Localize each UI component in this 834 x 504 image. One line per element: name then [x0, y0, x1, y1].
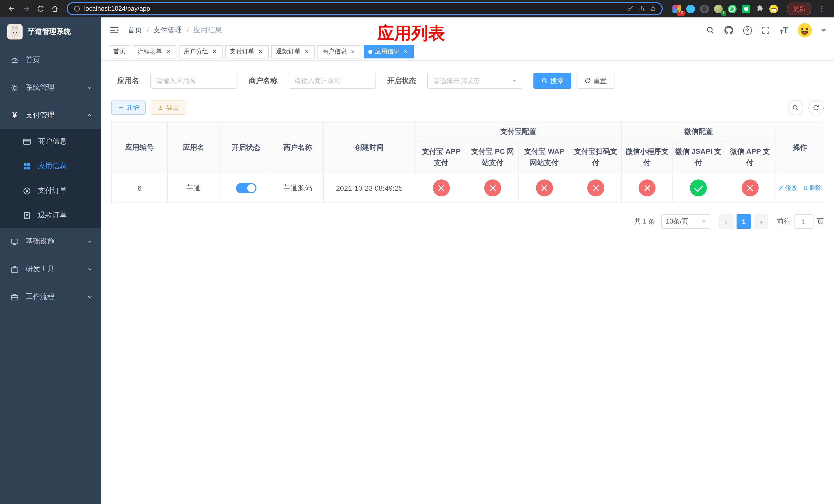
breadcrumb-home[interactable]: 首页 — [128, 26, 153, 35]
gear-icon — [10, 83, 19, 92]
app-logo[interactable]: 芋道管理系统 — [0, 18, 101, 46]
fullscreen-icon[interactable] — [761, 25, 771, 35]
refresh-table-button[interactable] — [808, 100, 824, 115]
search-button[interactable]: 搜索 — [533, 73, 571, 89]
browser-forward-icon[interactable] — [20, 2, 33, 15]
prev-page-button[interactable]: ‹ — [719, 214, 733, 229]
edit-link[interactable]: 修改 — [778, 184, 797, 192]
extension-icon-colorful[interactable]: 10 — [672, 4, 682, 14]
page-1-button[interactable]: 1 — [737, 214, 751, 229]
navbar-actions: ? TT — [706, 23, 826, 38]
address-bar[interactable]: localhost:1024/pay/app — [67, 2, 663, 15]
app-window: 芋道管理系统 首页 系统管理 ¥ 支付管理 — [0, 18, 834, 504]
goto-suffix-label: 页 — [817, 217, 824, 226]
merchant-name-input[interactable] — [289, 73, 376, 89]
extensions-puzzle-icon[interactable] — [755, 4, 765, 14]
close-icon[interactable]: × — [257, 48, 264, 55]
payment-submenu: 商户信息 应用信息 支付订单 退款订单 — [0, 129, 101, 228]
page-size-select[interactable]: 10条/页 — [661, 214, 710, 229]
close-icon[interactable]: × — [164, 48, 172, 55]
extension-icon-avatar[interactable]: 1 — [714, 4, 723, 14]
app-name-input[interactable] — [150, 73, 238, 89]
close-icon[interactable]: × — [303, 48, 310, 55]
toggle-search-button[interactable] — [788, 100, 803, 115]
browser-home-icon[interactable] — [48, 2, 62, 15]
share-icon[interactable] — [638, 5, 645, 13]
sidebar-item-workflow[interactable]: 工作流程 — [0, 283, 101, 311]
github-icon[interactable] — [724, 25, 734, 35]
password-key-icon[interactable] — [626, 5, 634, 13]
active-dot — [368, 49, 372, 53]
add-button[interactable]: 新增 — [111, 100, 146, 115]
tab-user-group[interactable]: 用户分组× — [179, 45, 223, 58]
sidebar-item-refund-orders[interactable]: 退款订单 — [0, 203, 101, 228]
avatar-caret-icon[interactable] — [821, 29, 826, 35]
app-name-label: 应用名 — [117, 76, 139, 85]
alipay-wap-status-icon — [536, 180, 553, 197]
col-created: 创建时间 — [323, 122, 415, 173]
profile-avatar-icon[interactable] — [769, 4, 778, 14]
tab-app-info[interactable]: 应用信息× — [364, 45, 414, 58]
sidebar-item-payment-management[interactable]: ¥ 支付管理 — [0, 101, 101, 129]
reset-button[interactable]: 重置 — [576, 73, 614, 89]
tab-process-form[interactable]: 流程表单× — [133, 45, 176, 58]
url-text[interactable]: localhost:1024/pay/app — [84, 5, 150, 12]
bookmark-star-icon[interactable] — [649, 5, 657, 13]
delete-link[interactable]: 删除 — [803, 184, 822, 192]
breadcrumb-payment[interactable]: 支付管理 — [153, 26, 193, 35]
sidebar-item-payment-orders[interactable]: 支付订单 — [0, 178, 101, 203]
sidebar-item-app-info[interactable]: 应用信息 — [0, 154, 101, 178]
app-title: 芋道管理系统 — [28, 27, 71, 37]
font-size-icon[interactable]: TT — [780, 26, 788, 35]
sidebar-item-label: 基础设施 — [26, 237, 54, 246]
close-icon[interactable]: × — [402, 48, 409, 55]
sidebar-item-system-management[interactable]: 系统管理 — [0, 74, 101, 101]
sidebar-item-label: 系统管理 — [26, 83, 54, 92]
user-avatar[interactable] — [797, 23, 812, 38]
browser-reload-icon[interactable] — [34, 2, 47, 15]
goto-page-input[interactable] — [794, 214, 813, 229]
extension-badge-count: 10 — [677, 10, 685, 16]
browser-menu-icon[interactable]: ⋮ — [815, 4, 829, 13]
refresh-icon — [812, 104, 820, 111]
col-status: 开启状态 — [220, 122, 272, 173]
screen: localhost:1024/pay/app 10 1 更新 ⋮ 应用列表 — [0, 0, 834, 504]
header-search-icon[interactable] — [706, 25, 716, 35]
grid-icon — [23, 162, 31, 170]
col-wechat-mini: 微信小程序支付 — [621, 141, 673, 173]
sidebar-item-label: 支付管理 — [26, 111, 54, 120]
sidebar-item-dev-tools[interactable]: 研发工具 — [0, 255, 101, 283]
cell-created: 2021-10-23 08:49:25 — [323, 173, 415, 203]
breadcrumb-current: 应用信息 — [193, 26, 222, 35]
chevron-down-icon — [702, 221, 706, 225]
chrome-update-button[interactable]: 更新 — [787, 2, 811, 15]
browser-back-icon[interactable] — [5, 2, 19, 15]
chevron-down-icon — [87, 85, 93, 91]
status-select[interactable]: 请选择开启状态 — [427, 73, 522, 89]
sidebar-item-home[interactable]: 首页 — [0, 46, 101, 74]
tab-home[interactable]: 首页 — [109, 45, 130, 58]
col-alipay-pc: 支付宝 PC 网站支付 — [467, 141, 518, 173]
help-icon[interactable]: ? — [743, 25, 752, 35]
site-info-icon[interactable] — [73, 5, 81, 13]
extension-badge-count-2: 1 — [721, 10, 726, 16]
extension-icon-blue-drop[interactable] — [686, 4, 696, 14]
sidebar-fold-icon[interactable] — [109, 25, 120, 36]
chevron-down-icon — [87, 238, 93, 245]
next-page-button[interactable]: › — [754, 214, 768, 229]
tab-merchant-info[interactable]: 商户信息× — [317, 45, 361, 58]
export-button[interactable]: 导出 — [151, 100, 185, 115]
alipay-qr-status-icon — [587, 180, 604, 197]
search-icon — [792, 104, 799, 111]
extension-icon-dark-circle[interactable] — [700, 4, 709, 14]
extension-icon-green-circle[interactable] — [727, 4, 737, 14]
extension-icon-green-square[interactable] — [741, 4, 751, 14]
close-icon[interactable]: × — [349, 48, 356, 55]
sidebar-item-label: 商户信息 — [38, 137, 67, 146]
status-toggle[interactable] — [236, 183, 256, 193]
close-icon[interactable]: × — [211, 48, 218, 55]
sidebar-item-infrastructure[interactable]: 基础设施 — [0, 228, 101, 255]
sidebar-item-merchant-info[interactable]: 商户信息 — [0, 129, 101, 154]
tab-payment-orders[interactable]: 支付订单× — [225, 45, 269, 58]
tab-refund-orders[interactable]: 退款订单× — [271, 45, 315, 58]
